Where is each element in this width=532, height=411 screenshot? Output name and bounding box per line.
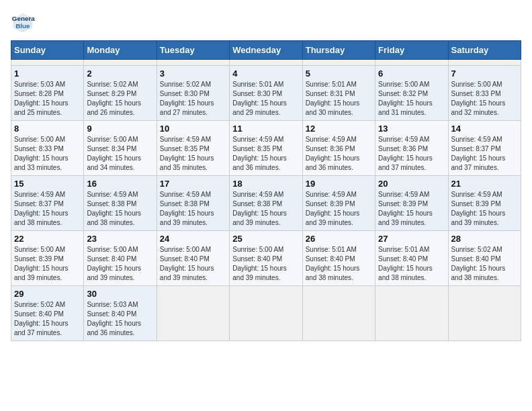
calendar-table: SundayMondayTuesdayWednesdayThursdayFrid… (11, 40, 521, 341)
day-info: Sunrise: 4:59 AMSunset: 8:38 PMDaylight:… (160, 190, 226, 228)
calendar-cell: 28Sunrise: 5:02 AMSunset: 8:40 PMDayligh… (448, 231, 521, 286)
day-number: 20 (378, 179, 445, 189)
day-info: Sunrise: 4:59 AMSunset: 8:39 PMDaylight:… (451, 190, 518, 228)
calendar-cell (375, 60, 448, 66)
day-number: 29 (14, 289, 81, 299)
calendar-cell (302, 286, 375, 341)
column-header-thursday: Thursday (302, 41, 375, 60)
calendar-cell: 10Sunrise: 4:59 AMSunset: 8:35 PMDayligh… (157, 121, 229, 176)
day-info: Sunrise: 5:00 AMSunset: 8:39 PMDaylight:… (14, 245, 81, 283)
calendar-cell: 29Sunrise: 5:02 AMSunset: 8:40 PMDayligh… (11, 286, 84, 341)
day-number: 30 (87, 289, 153, 299)
calendar-cell: 15Sunrise: 4:59 AMSunset: 8:37 PMDayligh… (11, 176, 84, 231)
calendar-cell: 1Sunrise: 5:03 AMSunset: 8:28 PMDaylight… (11, 66, 84, 121)
calendar-cell (84, 60, 157, 66)
calendar-cell: 25Sunrise: 5:00 AMSunset: 8:40 PMDayligh… (230, 231, 302, 286)
calendar-cell: 9Sunrise: 5:00 AMSunset: 8:34 PMDaylight… (84, 121, 157, 176)
day-number: 9 (87, 124, 153, 134)
calendar-cell: 19Sunrise: 4:59 AMSunset: 8:39 PMDayligh… (302, 176, 375, 231)
day-info: Sunrise: 5:03 AMSunset: 8:40 PMDaylight:… (87, 300, 153, 338)
day-number: 1 (14, 68, 81, 79)
day-number: 23 (87, 234, 153, 244)
day-info: Sunrise: 5:02 AMSunset: 8:40 PMDaylight:… (14, 300, 81, 338)
calendar-cell (375, 286, 448, 341)
calendar-cell (448, 60, 521, 66)
column-header-monday: Monday (84, 41, 157, 60)
day-info: Sunrise: 5:00 AMSunset: 8:33 PMDaylight:… (14, 135, 81, 173)
day-number: 5 (306, 68, 372, 79)
calendar-cell (302, 60, 375, 66)
calendar-week-6: 29Sunrise: 5:02 AMSunset: 8:40 PMDayligh… (11, 286, 521, 341)
calendar-week-5: 22Sunrise: 5:00 AMSunset: 8:39 PMDayligh… (11, 231, 521, 286)
calendar-week-2: 1Sunrise: 5:03 AMSunset: 8:28 PMDaylight… (11, 66, 521, 121)
day-number: 10 (160, 124, 226, 134)
day-number: 17 (160, 179, 226, 189)
day-number: 26 (306, 234, 372, 244)
day-number: 28 (451, 234, 518, 244)
day-info: Sunrise: 5:01 AMSunset: 8:31 PMDaylight:… (306, 80, 372, 118)
day-info: Sunrise: 5:00 AMSunset: 8:34 PMDaylight:… (87, 135, 153, 173)
day-info: Sunrise: 5:00 AMSunset: 8:40 PMDaylight:… (232, 245, 299, 283)
calendar-cell: 16Sunrise: 4:59 AMSunset: 8:38 PMDayligh… (84, 176, 157, 231)
calendar-cell: 20Sunrise: 4:59 AMSunset: 8:39 PMDayligh… (375, 176, 448, 231)
calendar-cell: 7Sunrise: 5:00 AMSunset: 8:33 PMDaylight… (448, 66, 521, 121)
day-info: Sunrise: 4:59 AMSunset: 8:36 PMDaylight:… (378, 135, 445, 173)
calendar-cell: 5Sunrise: 5:01 AMSunset: 8:31 PMDaylight… (302, 66, 375, 121)
day-number: 15 (14, 179, 81, 189)
day-number: 2 (87, 68, 153, 79)
day-number: 6 (378, 68, 445, 79)
calendar-cell: 22Sunrise: 5:00 AMSunset: 8:39 PMDayligh… (11, 231, 84, 286)
calendar-cell: 26Sunrise: 5:01 AMSunset: 8:40 PMDayligh… (302, 231, 375, 286)
calendar-week-4: 15Sunrise: 4:59 AMSunset: 8:37 PMDayligh… (11, 176, 521, 231)
calendar-cell (230, 286, 302, 341)
day-number: 25 (232, 234, 299, 244)
calendar-cell (11, 60, 84, 66)
day-info: Sunrise: 5:01 AMSunset: 8:40 PMDaylight:… (306, 245, 372, 283)
day-info: Sunrise: 5:00 AMSunset: 8:40 PMDaylight:… (160, 245, 226, 283)
day-number: 7 (451, 68, 518, 79)
calendar-week-3: 8Sunrise: 5:00 AMSunset: 8:33 PMDaylight… (11, 121, 521, 176)
svg-text:Blue: Blue (15, 22, 30, 30)
logo-icon: General Blue (11, 11, 35, 35)
calendar-cell: 30Sunrise: 5:03 AMSunset: 8:40 PMDayligh… (84, 286, 157, 341)
day-info: Sunrise: 5:01 AMSunset: 8:30 PMDaylight:… (232, 80, 299, 118)
calendar-cell: 8Sunrise: 5:00 AMSunset: 8:33 PMDaylight… (11, 121, 84, 176)
calendar-cell (157, 60, 229, 66)
calendar-week-1 (11, 60, 521, 66)
day-number: 3 (160, 68, 226, 79)
day-info: Sunrise: 4:59 AMSunset: 8:38 PMDaylight:… (232, 190, 299, 228)
calendar-cell: 3Sunrise: 5:02 AMSunset: 8:30 PMDaylight… (157, 66, 229, 121)
day-number: 21 (451, 179, 518, 189)
calendar-cell: 18Sunrise: 4:59 AMSunset: 8:38 PMDayligh… (230, 176, 302, 231)
calendar-cell (448, 286, 521, 341)
day-info: Sunrise: 4:59 AMSunset: 8:38 PMDaylight:… (87, 190, 153, 228)
day-info: Sunrise: 4:59 AMSunset: 8:36 PMDaylight:… (306, 135, 372, 173)
column-header-sunday: Sunday (11, 41, 84, 60)
day-info: Sunrise: 4:59 AMSunset: 8:35 PMDaylight:… (232, 135, 299, 173)
calendar-cell: 2Sunrise: 5:02 AMSunset: 8:29 PMDaylight… (84, 66, 157, 121)
column-header-friday: Friday (375, 41, 448, 60)
day-info: Sunrise: 5:01 AMSunset: 8:40 PMDaylight:… (378, 245, 445, 283)
day-info: Sunrise: 5:03 AMSunset: 8:28 PMDaylight:… (14, 80, 81, 118)
day-info: Sunrise: 5:02 AMSunset: 8:29 PMDaylight:… (87, 80, 153, 118)
calendar-cell: 21Sunrise: 4:59 AMSunset: 8:39 PMDayligh… (448, 176, 521, 231)
day-info: Sunrise: 4:59 AMSunset: 8:39 PMDaylight:… (306, 190, 372, 228)
day-number: 24 (160, 234, 226, 244)
day-info: Sunrise: 5:00 AMSunset: 8:40 PMDaylight:… (87, 245, 153, 283)
calendar-cell: 27Sunrise: 5:01 AMSunset: 8:40 PMDayligh… (375, 231, 448, 286)
day-number: 11 (232, 124, 299, 134)
day-number: 18 (232, 179, 299, 189)
calendar-cell (157, 286, 229, 341)
day-info: Sunrise: 4:59 AMSunset: 8:37 PMDaylight:… (451, 135, 518, 173)
day-number: 8 (14, 124, 81, 134)
calendar-cell: 23Sunrise: 5:00 AMSunset: 8:40 PMDayligh… (84, 231, 157, 286)
day-number: 4 (232, 68, 299, 79)
day-number: 14 (451, 124, 518, 134)
day-number: 16 (87, 179, 153, 189)
day-number: 13 (378, 124, 445, 134)
day-info: Sunrise: 5:02 AMSunset: 8:30 PMDaylight:… (160, 80, 226, 118)
page-header: General Blue (11, 11, 521, 35)
calendar-cell: 11Sunrise: 4:59 AMSunset: 8:35 PMDayligh… (230, 121, 302, 176)
day-number: 22 (14, 234, 81, 244)
column-header-tuesday: Tuesday (157, 41, 229, 60)
